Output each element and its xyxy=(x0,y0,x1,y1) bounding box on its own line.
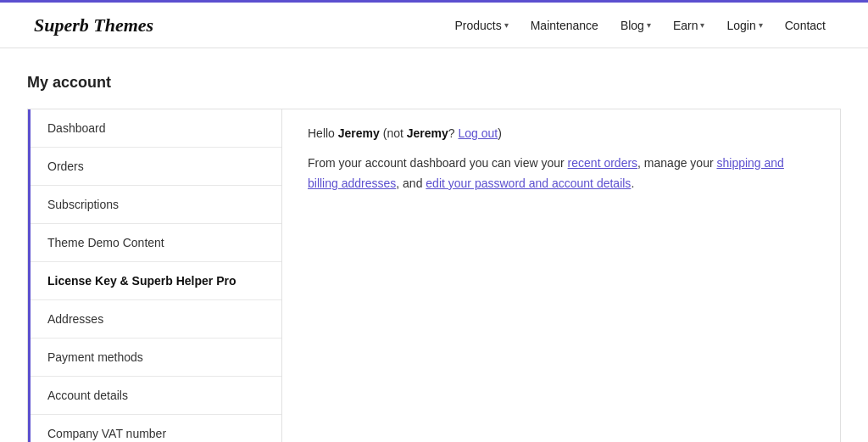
account-details-link[interactable]: edit your password and account details xyxy=(426,176,631,190)
desc-end: . xyxy=(631,176,634,190)
account-layout: DashboardOrdersSubscriptionsTheme Demo C… xyxy=(27,109,841,442)
nav-label: Login xyxy=(726,19,755,32)
greeting-text: Hello Jeremy (not Jeremy? Log out) xyxy=(308,126,815,140)
chevron-down-icon: ▾ xyxy=(700,20,704,30)
greeting-suffix: ? xyxy=(448,126,459,140)
sidebar-item-7[interactable]: Account details xyxy=(31,377,281,415)
nav-label: Blog xyxy=(620,19,644,32)
nav-item-products[interactable]: Products▾ xyxy=(446,14,516,37)
site-header: Superb Themes Products▾MaintenanceBlog▾E… xyxy=(0,0,868,48)
chevron-down-icon: ▾ xyxy=(647,20,651,30)
sidebar-item-6[interactable]: Payment methods xyxy=(31,338,281,377)
nav-label: Contact xyxy=(785,19,826,32)
desc-middle1: , manage your xyxy=(637,156,716,170)
sidebar-item-2[interactable]: Subscriptions xyxy=(31,186,281,224)
greeting-name2: Jeremy xyxy=(407,126,448,140)
sidebar-item-8[interactable]: Company VAT number xyxy=(31,415,281,442)
main-nav: Products▾MaintenanceBlog▾Earn▾Login▾Cont… xyxy=(446,14,834,37)
desc-middle2: , and xyxy=(396,176,426,190)
nav-item-login[interactable]: Login▾ xyxy=(718,14,771,37)
page-wrapper: My account DashboardOrdersSubscriptionsT… xyxy=(10,48,858,442)
nav-item-earn[interactable]: Earn▾ xyxy=(665,14,714,37)
nav-item-blog[interactable]: Blog▾ xyxy=(612,14,659,37)
chevron-down-icon: ▾ xyxy=(504,20,509,30)
account-main: Hello Jeremy (not Jeremy? Log out) From … xyxy=(282,109,840,442)
recent-orders-link[interactable]: recent orders xyxy=(568,156,637,170)
dashboard-description: From your account dashboard you can view… xyxy=(308,154,815,194)
nav-label: Products xyxy=(454,19,501,32)
sidebar-item-3[interactable]: Theme Demo Content xyxy=(31,224,281,262)
site-logo[interactable]: Superb Themes xyxy=(34,14,153,36)
sidebar-item-5[interactable]: Addresses xyxy=(31,300,281,338)
nav-label: Earn xyxy=(673,19,698,32)
logout-inline-link[interactable]: Log out xyxy=(458,126,498,140)
nav-item-contact[interactable]: Contact xyxy=(776,14,834,37)
nav-item-maintenance[interactable]: Maintenance xyxy=(522,14,607,37)
greeting-prefix: Hello xyxy=(308,126,338,140)
greeting-name: Jeremy xyxy=(338,126,380,140)
chevron-down-icon: ▾ xyxy=(759,20,763,30)
greeting-end: ) xyxy=(498,126,502,140)
sidebar-item-0[interactable]: Dashboard xyxy=(31,109,281,148)
greeting-middle: (not xyxy=(380,126,407,140)
sidebar-item-1[interactable]: Orders xyxy=(31,148,281,186)
page-title: My account xyxy=(27,74,841,92)
sidebar-item-4[interactable]: License Key & Superb Helper Pro xyxy=(31,262,281,300)
nav-label: Maintenance xyxy=(531,19,598,32)
account-sidebar: DashboardOrdersSubscriptionsTheme Demo C… xyxy=(28,109,282,442)
desc-before: From your account dashboard you can view… xyxy=(308,156,568,170)
